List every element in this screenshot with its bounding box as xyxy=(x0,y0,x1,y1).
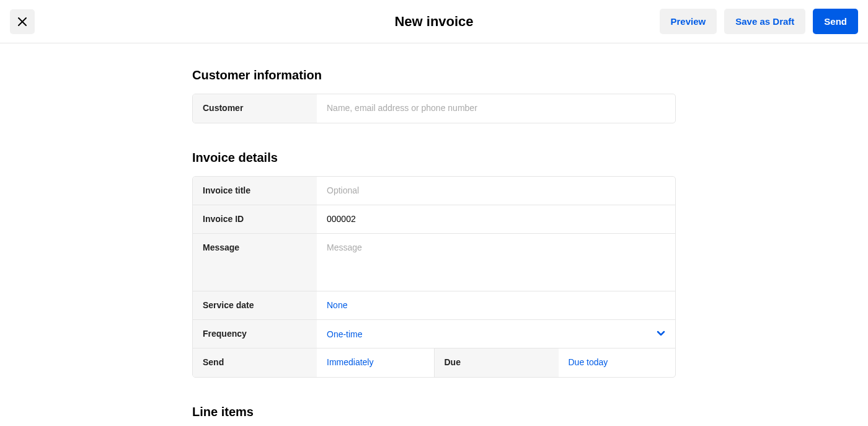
due-sublabel: Due xyxy=(435,348,559,377)
preview-button[interactable]: Preview xyxy=(660,9,717,34)
invoice-id-row: Invoice ID 000002 xyxy=(193,205,675,234)
frequency-label: Frequency xyxy=(193,320,317,348)
customer-info-title: Customer information xyxy=(192,68,676,82)
customer-input[interactable] xyxy=(327,103,665,113)
frequency-row: Frequency One-time xyxy=(193,320,675,348)
send-half: Send Immediately xyxy=(193,348,435,377)
page-title: New invoice xyxy=(394,14,473,30)
line-items-section: Line items xyxy=(192,405,676,419)
send-due-row: Send Immediately Due Due today xyxy=(193,348,675,377)
chevron-down-icon xyxy=(657,329,665,339)
message-row: Message xyxy=(193,234,675,291)
invoice-id-value[interactable]: 000002 xyxy=(327,214,356,224)
send-value[interactable]: Immediately xyxy=(327,357,373,367)
invoice-title-input[interactable] xyxy=(327,185,665,195)
line-items-title: Line items xyxy=(192,405,676,419)
customer-info-section: Customer information Customer xyxy=(192,68,676,123)
service-date-row: Service date None xyxy=(193,291,675,320)
customer-form: Customer xyxy=(192,94,676,123)
send-button[interactable]: Send xyxy=(813,9,858,34)
invoice-details-title: Invoice details xyxy=(192,151,676,165)
due-value[interactable]: Due today xyxy=(569,357,608,367)
save-draft-button[interactable]: Save as Draft xyxy=(724,9,805,34)
main-content: Customer information Customer Invoice de… xyxy=(192,43,676,426)
header-actions: Preview Save as Draft Send xyxy=(660,9,858,34)
header-bar: New invoice Preview Save as Draft Send xyxy=(0,0,868,43)
customer-value xyxy=(317,94,675,123)
send-sublabel: Send xyxy=(193,348,317,377)
close-button[interactable] xyxy=(10,9,35,34)
service-date-label: Service date xyxy=(193,291,317,319)
close-icon xyxy=(17,17,27,27)
invoice-details-section: Invoice details Invoice title Invoice ID… xyxy=(192,151,676,378)
invoice-id-label: Invoice ID xyxy=(193,205,317,233)
invoice-title-label: Invoice title xyxy=(193,177,317,205)
invoice-form: Invoice title Invoice ID 000002 Message … xyxy=(192,176,676,378)
customer-row: Customer xyxy=(193,94,675,123)
frequency-select[interactable]: One-time xyxy=(317,320,675,348)
due-half: Due Due today xyxy=(435,348,676,377)
customer-label: Customer xyxy=(193,94,317,123)
service-date-value[interactable]: None xyxy=(327,300,347,310)
frequency-value: One-time xyxy=(327,329,363,339)
message-input[interactable] xyxy=(327,242,665,282)
message-label: Message xyxy=(193,234,317,291)
invoice-title-row: Invoice title xyxy=(193,177,675,205)
